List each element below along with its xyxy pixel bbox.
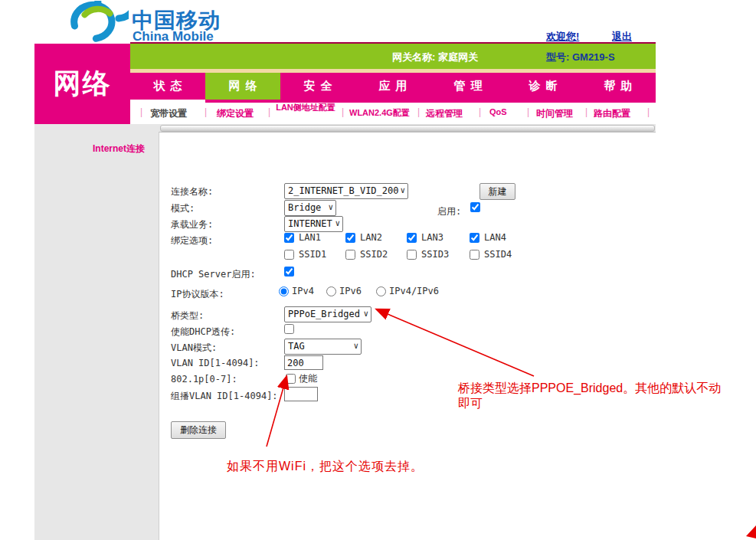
connection-name-select[interactable]: 2_INTERNET_B_VID_200 ∨ bbox=[284, 183, 408, 199]
multicast-vlan-id-input[interactable] bbox=[284, 387, 318, 401]
section-banner: 网络 bbox=[34, 44, 130, 124]
bridge-type-label: 桥类型: bbox=[171, 309, 204, 322]
dot1p-label: 802.1p[0-7]: bbox=[171, 374, 237, 385]
lan1-label: LAN1 bbox=[299, 232, 321, 243]
submenu-separator: | bbox=[527, 106, 529, 117]
ipv4-ipv6-label: IPv4/IPv6 bbox=[389, 286, 439, 296]
delete-connection-button[interactable]: 删除连接 bbox=[171, 421, 226, 439]
router-admin-page: 中国移动 China Mobile 欢迎您! 退出 网络 网关名称: 家庭网关 … bbox=[0, 0, 756, 540]
menu-tab-status[interactable]: 状态 bbox=[130, 73, 205, 100]
ssid1-checkbox[interactable] bbox=[284, 250, 294, 260]
service-value: INTERNET bbox=[288, 218, 332, 229]
menu-tab-application[interactable]: 应用 bbox=[355, 73, 430, 100]
ssid3-checkbox[interactable] bbox=[407, 250, 417, 260]
submenu-separator: | bbox=[479, 106, 481, 117]
corner-arrow-icon bbox=[746, 525, 756, 538]
vlan-mode-value: TAG bbox=[288, 341, 305, 352]
submenu-item-lan-address[interactable]: LAN侧地址配置 bbox=[273, 103, 339, 112]
bridge-type-select[interactable]: PPPoE_Bridged ∨ bbox=[284, 306, 371, 322]
main-menu: 状态 网络 安全 应用 管理 诊断 帮助 bbox=[130, 73, 656, 100]
submenu-separator: | bbox=[417, 106, 420, 117]
multicast-vlan-id-label: 组播VLAN ID[1-4094]: bbox=[171, 390, 278, 403]
submenu-separator: | bbox=[268, 106, 270, 117]
ipv4-radio[interactable] bbox=[279, 286, 289, 296]
submenu-item-remote[interactable]: 远程管理 bbox=[426, 107, 463, 120]
ipv4-ipv6-radio[interactable] bbox=[376, 286, 386, 296]
lan2-label: LAN2 bbox=[360, 232, 382, 243]
panel-top-edge bbox=[160, 125, 655, 132]
new-button[interactable]: 新建 bbox=[479, 183, 515, 200]
vlan-mode-label: VLAN模式: bbox=[171, 342, 217, 355]
dhcp-server-checkbox[interactable] bbox=[284, 267, 294, 277]
ssid2-label: SSID2 bbox=[360, 249, 388, 260]
vlan-mode-select[interactable]: TAG ∨ bbox=[284, 339, 362, 355]
ssid1-label: SSID1 bbox=[299, 249, 326, 260]
submenu-separator: | bbox=[140, 106, 142, 117]
ssid3-label: SSID3 bbox=[421, 249, 449, 260]
dhcp-passthrough-label: 使能DHCP透传: bbox=[171, 326, 235, 339]
chevron-down-icon: ∨ bbox=[335, 218, 340, 230]
lan2-checkbox[interactable] bbox=[345, 233, 355, 243]
vlan-id-input[interactable] bbox=[284, 355, 323, 370]
settings-panel: 连接名称: 2_INTERNET_B_VID_200 ∨ 新建 模式: Brid… bbox=[159, 132, 656, 540]
submenu-item-binding[interactable]: 绑定设置 bbox=[217, 107, 254, 120]
ssid4-checkbox[interactable] bbox=[470, 250, 479, 260]
submenu-item-wlan[interactable]: WLAN2.4G配置 bbox=[349, 107, 410, 119]
submenu-separator: | bbox=[585, 106, 587, 117]
submenu-separator: | bbox=[205, 106, 207, 117]
chevron-down-icon: ∨ bbox=[363, 308, 368, 320]
chevron-down-icon: ∨ bbox=[400, 185, 405, 197]
enable-label: 启用: bbox=[437, 205, 461, 218]
vlan-id-label: VLAN ID[1-4094]: bbox=[171, 358, 260, 368]
service-select[interactable]: INTERNET ∨ bbox=[284, 216, 343, 232]
mode-select[interactable]: Bridge ∨ bbox=[284, 200, 336, 216]
connection-name-label: 连接名称: bbox=[171, 185, 213, 198]
submenu-separator: | bbox=[647, 106, 650, 117]
lan3-label: LAN3 bbox=[421, 232, 443, 243]
dhcp-server-label: DHCP Server启用: bbox=[171, 268, 256, 281]
menu-tab-management[interactable]: 管理 bbox=[430, 73, 506, 100]
section-title: 网络 bbox=[34, 65, 130, 103]
ip-version-label: IP协议版本: bbox=[171, 288, 224, 301]
ssid4-label: SSID4 bbox=[484, 249, 512, 260]
submenu-item-routing[interactable]: 路由配置 bbox=[594, 107, 630, 120]
ipv4-label: IPv4 bbox=[292, 286, 314, 296]
bridge-note-line1: 桥接类型选择PPPOE_Bridged。其他的默认不动 bbox=[458, 381, 721, 396]
lan3-checkbox[interactable] bbox=[407, 233, 417, 243]
dot1p-enable-checkbox[interactable] bbox=[286, 374, 296, 384]
mode-value: Bridge bbox=[288, 202, 321, 213]
menu-tab-diagnosis[interactable]: 诊断 bbox=[506, 73, 581, 100]
sidebar-item-internet-connection[interactable]: Internet连接 bbox=[93, 142, 145, 155]
service-label: 承载业务: bbox=[171, 218, 213, 231]
bind-options-label: 绑定选项: bbox=[171, 234, 213, 247]
model-label: 型号: GM219-S bbox=[546, 51, 615, 64]
ipv6-label: IPv6 bbox=[339, 286, 362, 296]
menu-tab-help[interactable]: 帮助 bbox=[581, 73, 656, 100]
dot1p-enable-label: 使能 bbox=[299, 372, 317, 385]
menu-tab-network[interactable]: 网络 bbox=[205, 73, 280, 100]
mode-label: 模式: bbox=[171, 202, 195, 215]
gateway-name-label: 网关名称: 家庭网关 bbox=[392, 51, 478, 64]
china-mobile-logo-icon bbox=[66, 1, 129, 44]
submenu-item-time[interactable]: 时间管理 bbox=[536, 107, 573, 120]
ssid2-checkbox[interactable] bbox=[345, 250, 355, 260]
submenu-separator: | bbox=[342, 106, 344, 117]
dhcp-passthrough-checkbox[interactable] bbox=[284, 324, 294, 334]
bridge-note-text: 桥接类型选择PPPOE_Bridged。其他的默认不动 即可 bbox=[458, 381, 721, 411]
submenu-item-qos[interactable]: QoS bbox=[489, 107, 507, 116]
bridge-note-line2: 即可 bbox=[458, 396, 721, 411]
menu-tab-security[interactable]: 安全 bbox=[280, 73, 355, 100]
chevron-down-icon: ∨ bbox=[328, 201, 333, 214]
lan4-label: LAN4 bbox=[484, 232, 506, 243]
bridge-type-value: PPPoE_Bridged bbox=[288, 309, 360, 319]
ipv6-radio[interactable] bbox=[326, 286, 336, 296]
lan4-checkbox[interactable] bbox=[470, 233, 479, 243]
wifi-note-text: 如果不用WiFi，把这个选项去掉。 bbox=[227, 459, 424, 474]
submenu-item-broadband[interactable]: 宽带设置 bbox=[150, 107, 187, 120]
chevron-down-icon: ∨ bbox=[353, 340, 358, 352]
lan1-checkbox[interactable] bbox=[284, 233, 294, 243]
connection-name-value: 2_INTERNET_B_VID_200 bbox=[288, 185, 399, 196]
enable-checkbox[interactable] bbox=[470, 202, 480, 212]
